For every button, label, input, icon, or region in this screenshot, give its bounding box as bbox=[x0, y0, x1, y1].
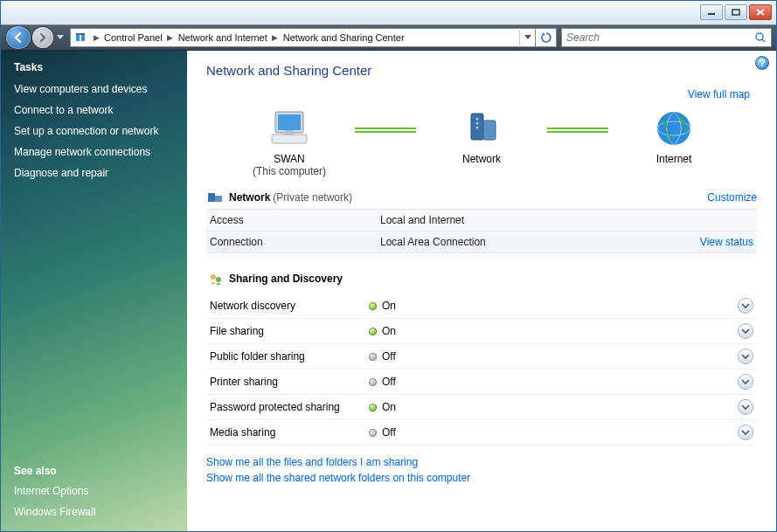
minimize-button[interactable] bbox=[700, 4, 723, 20]
breadcrumb-arrow-icon[interactable]: ▶ bbox=[164, 33, 177, 42]
breadcrumb-segment[interactable]: Network and Internet bbox=[177, 29, 269, 46]
map-node-this-pc[interactable]: SWAN (This computer) bbox=[224, 106, 355, 177]
sharing-icon bbox=[206, 271, 225, 287]
navigation-toolbar: ▶ Control Panel ▶ Network and Internet ▶… bbox=[1, 24, 776, 51]
svg-point-7 bbox=[756, 33, 763, 40]
svg-rect-11 bbox=[272, 135, 307, 143]
view-full-map-link[interactable]: View full map bbox=[688, 88, 750, 100]
svg-rect-10 bbox=[278, 114, 301, 130]
discovery-section-title: Sharing and Discovery bbox=[229, 273, 343, 285]
discovery-name: Password protected sharing bbox=[210, 401, 369, 413]
breadcrumb-segment[interactable]: Control Panel bbox=[102, 29, 164, 46]
status-text: On bbox=[382, 325, 396, 337]
status-on-icon bbox=[369, 302, 377, 310]
address-dropdown[interactable] bbox=[519, 28, 535, 47]
discovery-name: Printer sharing bbox=[210, 376, 369, 388]
breadcrumb-arrow-icon[interactable]: ▶ bbox=[90, 33, 102, 42]
discovery-name: Network discovery bbox=[210, 300, 369, 312]
network-section-header: Network (Private network) Customize bbox=[206, 184, 757, 209]
footer-link[interactable]: Show me all the files and folders I am s… bbox=[206, 454, 757, 470]
discovery-section-header: Sharing and Discovery bbox=[206, 266, 757, 290]
status-off-icon bbox=[369, 429, 377, 437]
task-link[interactable]: Manage network connections bbox=[1, 142, 187, 162]
help-icon[interactable]: ? bbox=[755, 56, 769, 70]
expand-button[interactable] bbox=[738, 323, 753, 339]
map-connection-wire bbox=[547, 128, 608, 133]
page-title: Network and Sharing Center bbox=[206, 51, 757, 81]
svg-rect-5 bbox=[81, 34, 85, 41]
customize-link[interactable]: Customize bbox=[707, 191, 757, 204]
search-box[interactable] bbox=[561, 28, 772, 47]
expand-button[interactable] bbox=[738, 298, 753, 314]
network-info-table: Access Local and Internet Connection Loc… bbox=[206, 209, 757, 253]
location-icon bbox=[71, 28, 90, 47]
expand-button[interactable] bbox=[738, 399, 753, 415]
view-status-link[interactable]: View status bbox=[700, 236, 753, 248]
svg-point-15 bbox=[476, 118, 479, 121]
discovery-status: On bbox=[369, 300, 738, 312]
footer-links: Show me all the files and folders I am s… bbox=[206, 446, 757, 489]
task-link[interactable]: Set up a connection or network bbox=[1, 121, 187, 142]
expand-button[interactable] bbox=[738, 374, 753, 390]
status-text: On bbox=[382, 300, 396, 312]
status-text: Off bbox=[382, 350, 396, 363]
task-link[interactable]: Diagnose and repair bbox=[1, 162, 187, 183]
discovery-name: Public folder sharing bbox=[210, 350, 369, 363]
discovery-status: Off bbox=[369, 376, 738, 388]
tasks-heading: Tasks bbox=[1, 61, 187, 79]
close-button[interactable] bbox=[749, 4, 772, 20]
network-device-icon bbox=[416, 106, 547, 151]
svg-rect-12 bbox=[285, 130, 294, 135]
maximize-button[interactable] bbox=[725, 4, 747, 20]
seealso-link[interactable]: Windows Firewall bbox=[1, 501, 187, 522]
svg-rect-1 bbox=[732, 10, 739, 15]
map-node-network[interactable]: Network bbox=[416, 106, 547, 177]
refresh-button[interactable] bbox=[536, 28, 557, 47]
info-row: Access Local and Internet bbox=[206, 210, 757, 231]
info-value: Local and Internet bbox=[380, 214, 753, 226]
status-text: Off bbox=[382, 376, 396, 388]
map-connection-wire bbox=[355, 128, 416, 133]
svg-rect-20 bbox=[208, 193, 215, 202]
map-node-internet[interactable]: Internet bbox=[608, 106, 739, 177]
map-node-label: Network bbox=[416, 153, 547, 165]
address-bar[interactable]: ▶ Control Panel ▶ Network and Internet ▶… bbox=[70, 28, 536, 47]
breadcrumb-segment[interactable]: Network and Sharing Center bbox=[281, 29, 406, 46]
status-on-icon bbox=[369, 328, 377, 335]
expand-button[interactable] bbox=[738, 349, 753, 364]
discovery-row: Media sharingOff bbox=[206, 420, 757, 446]
discovery-row: Password protected sharingOn bbox=[206, 395, 757, 420]
svg-rect-14 bbox=[483, 121, 496, 140]
network-icon bbox=[206, 190, 225, 205]
status-off-icon bbox=[369, 353, 377, 361]
forward-button[interactable] bbox=[32, 27, 53, 48]
status-off-icon bbox=[369, 378, 377, 386]
svg-line-8 bbox=[762, 39, 765, 42]
search-input[interactable] bbox=[562, 31, 750, 44]
content-area: ? Network and Sharing Center View full m… bbox=[187, 51, 776, 531]
network-section-title: Network bbox=[229, 191, 270, 204]
svg-point-22 bbox=[211, 274, 216, 280]
discovery-status: On bbox=[369, 401, 738, 413]
svg-point-18 bbox=[657, 112, 690, 145]
svg-point-16 bbox=[476, 122, 479, 125]
seealso-link[interactable]: Internet Options bbox=[1, 480, 187, 501]
back-button[interactable] bbox=[6, 26, 31, 49]
nav-history-dropdown[interactable] bbox=[56, 27, 65, 48]
task-link[interactable]: Connect to a network bbox=[1, 100, 187, 121]
discovery-row: File sharingOn bbox=[206, 319, 757, 344]
breadcrumb-arrow-icon[interactable]: ▶ bbox=[269, 33, 281, 42]
status-text: On bbox=[382, 401, 396, 413]
search-icon[interactable] bbox=[750, 31, 771, 44]
discovery-row: Public folder sharingOff bbox=[206, 344, 757, 370]
titlebar bbox=[1, 1, 776, 24]
discovery-name: Media sharing bbox=[210, 426, 369, 439]
computer-icon bbox=[224, 106, 355, 151]
seealso-heading: See also bbox=[1, 465, 187, 480]
info-key: Connection bbox=[210, 236, 380, 248]
expand-button[interactable] bbox=[738, 425, 753, 440]
footer-link[interactable]: Show me all the shared network folders o… bbox=[206, 470, 757, 486]
task-link[interactable]: View computers and devices bbox=[1, 79, 187, 100]
network-section-subtitle: (Private network) bbox=[273, 191, 352, 204]
network-map: SWAN (This computer) Network bbox=[206, 106, 757, 177]
